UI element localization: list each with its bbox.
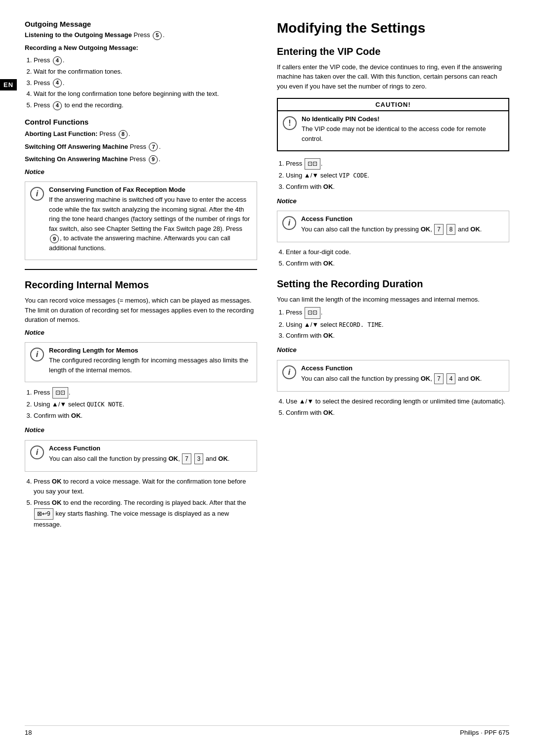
switching-on-text: Press [130, 155, 148, 163]
memos-step-1: Press ⊡⊡. [34, 387, 257, 399]
page-number: 18 [25, 729, 32, 736]
access-function-title-2: Access Function [301, 215, 504, 222]
switching-off-text: Press [130, 143, 148, 150]
setting-recording-intro: You can limit the length of the incoming… [277, 295, 509, 305]
recording-length-notice: i Recording Length for Memos The configu… [25, 342, 257, 382]
conserving-notice-title: Conserving Function of Fax Reception Mod… [49, 186, 252, 193]
af3-ok2: OK [470, 375, 480, 382]
aborting-text: Press [99, 130, 118, 137]
aborting-label: Aborting Last Function: [25, 130, 97, 137]
switching-off-key: 7 [149, 142, 158, 151]
memos-step-2: Using ▲/▼ select QUICK NOTE. [34, 400, 257, 410]
listening-label: Listening to the Outgoing Message [25, 31, 132, 39]
right-column: Modifying the Settings Entering the VIP … [277, 20, 509, 711]
caution-box: CAUTION! ! No Identically PIN Codes! The… [277, 98, 509, 151]
access-function-content-2: Access Function You can also call the fu… [301, 215, 504, 238]
access-function-notice-3: i Access Function You can also call the … [277, 360, 509, 392]
caution-body: ! No Identically PIN Codes! The VIP code… [278, 111, 508, 150]
memos-step-3: Confirm with OK. [34, 411, 257, 421]
section-divider [25, 269, 257, 270]
recording-steps: Press 4. Wait for the confirmation tones… [34, 55, 257, 111]
vip-step-4: Enter a four-digit code. [286, 247, 509, 258]
af1-ok2: OK [218, 455, 228, 462]
access-function-notice-1: i Access Function You can also call the … [25, 440, 257, 472]
recording-memos-heading: Recording Internal Memos [25, 279, 257, 291]
access-function-title-1: Access Function [49, 445, 252, 452]
listening-key: 5 [153, 31, 162, 40]
memos-step3-ok: OK [71, 412, 81, 419]
af2-key1: 7 [434, 224, 444, 235]
listening-text: Press [134, 31, 152, 39]
vip-step-1: Press ⊡⊡. [286, 158, 509, 170]
entering-vip-intro: If callers enter the VIP code, the devic… [277, 62, 509, 91]
af1-ok1: OK [169, 455, 178, 462]
page: EN Outgoing Message Listening to the Out… [0, 0, 534, 756]
vip-step-5: Confirm with OK. [286, 259, 509, 269]
memos-step1-key: ⊡⊡ [52, 387, 68, 399]
memos-steps-cont: Press OK to record a voice message. Wait… [34, 477, 257, 530]
step5-key: 4 [53, 101, 62, 110]
info-icon-1: i [30, 187, 44, 201]
setting-recording-heading: Setting the Recording Duration [277, 278, 509, 290]
control-functions-heading: Control Functions [25, 118, 257, 126]
step-1: Press 4. [34, 55, 257, 66]
caution-header: CAUTION! [278, 99, 508, 111]
caution-content: No Identically PIN Codes! The VIP code m… [302, 115, 503, 146]
entering-vip-heading: Entering the VIP Code [277, 45, 509, 57]
info-icon-2: i [30, 348, 44, 361]
listening-line: Listening to the Outgoing Message Press … [25, 30, 257, 40]
access-function-body-1: You can also call the function by pressi… [49, 453, 252, 464]
vip-step-2: Using ▲/▼ select VIP CODE. [286, 171, 509, 181]
rec-step3-ok: OK [323, 332, 333, 339]
info-icon-3: i [30, 445, 44, 459]
conserving-notice-body: If the answering machine is switched off… [49, 195, 252, 253]
recording-length-body: The configured recording length for inco… [49, 356, 252, 375]
step-5: Press 4 to end the recording. [34, 100, 257, 111]
rec-step-1: Press ⊡⊡. [286, 307, 509, 318]
notice-label-1: Notice [25, 167, 257, 177]
vip-steps-cont: Enter a four-digit code. Confirm with OK… [286, 247, 509, 269]
step3-key: 4 [53, 79, 62, 88]
notice-label-rec: Notice [277, 345, 509, 355]
notice-label-vip: Notice [277, 196, 509, 206]
af3-key2: 4 [446, 373, 456, 384]
switching-off-line: Switching Off Answering Machine Press 7. [25, 142, 257, 152]
access-function-notice-2: i Access Function You can also call the … [277, 211, 509, 242]
caution-icon: ! [283, 116, 297, 130]
info-icon-5: i [282, 365, 296, 379]
access-function-content-1: Access Function You can also call the fu… [49, 445, 252, 467]
info-icon-4: i [282, 216, 296, 230]
aborting-line: Aborting Last Function: Press 8. [25, 129, 257, 139]
switching-on-key: 9 [149, 155, 158, 164]
quick-note-code: QUICK NOTE [87, 401, 122, 408]
switching-on-label: Switching On Answering Machine [25, 155, 128, 163]
switching-on-line: Switching On Answering Machine Press 9. [25, 154, 257, 164]
caution-text: The VIP code may not be identical to the… [302, 124, 503, 143]
conserving-notice: i Conserving Function of Fax Reception M… [25, 181, 257, 260]
switching-off-label: Switching Off Answering Machine [25, 143, 128, 150]
en-badge: EN [0, 79, 17, 90]
vip-steps: Press ⊡⊡. Using ▲/▼ select VIP CODE. Con… [286, 158, 509, 192]
rec-step1-key: ⊡⊡ [305, 307, 320, 318]
af2-ok1: OK [421, 225, 431, 233]
af2-ok2: OK [470, 225, 480, 233]
rec-step-3: Confirm with OK. [286, 331, 509, 341]
conserving-notice-content: Conserving Function of Fax Reception Mod… [49, 186, 252, 256]
access-function-title-3: Access Function [301, 364, 504, 372]
af2-key2: 8 [446, 224, 456, 235]
left-column: Outgoing Message Listening to the Outgoi… [25, 20, 257, 711]
step-2: Wait for the confirmation tones. [34, 67, 257, 77]
modifying-settings-heading: Modifying the Settings [277, 20, 509, 37]
brand-label: Philips · PPF 675 [460, 729, 509, 736]
recording-memos-intro: You can record voice messages (= memos),… [25, 296, 257, 325]
af1-key2: 3 [194, 453, 204, 464]
rec-step5-ok: OK [323, 409, 333, 416]
recording-length-content: Recording Length for Memos The configure… [49, 347, 252, 378]
record-time-code: RECORD. TIME [339, 321, 382, 328]
recording-steps-right-cont: Use ▲/▼ to select the desired recording … [286, 397, 509, 418]
step-3: Press 4. [34, 78, 257, 89]
aborting-key: 8 [119, 130, 128, 139]
af1-key1: 7 [182, 453, 191, 464]
rec-step-5: Confirm with OK. [286, 408, 509, 418]
memos-step-5: Press OK to end the recording. The recor… [34, 498, 257, 530]
